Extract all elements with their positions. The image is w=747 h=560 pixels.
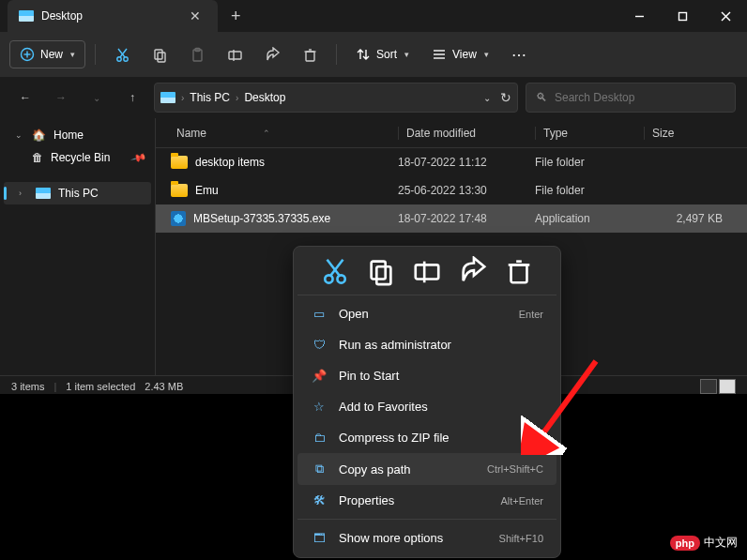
title-bar: Desktop ✕ + bbox=[0, 0, 747, 32]
recycle-icon: 🗑 bbox=[32, 151, 43, 164]
nav-row: ← → ⌄ ↑ › This PC › Desktop ⌄ ↻ 🔍︎ bbox=[0, 77, 747, 118]
svg-point-8 bbox=[123, 56, 127, 60]
forward-button[interactable]: → bbox=[47, 83, 75, 112]
item-count: 3 items bbox=[11, 381, 44, 392]
search-input[interactable] bbox=[555, 91, 725, 104]
file-row[interactable]: desktop items 18-07-2022 11:12 File fold… bbox=[156, 148, 747, 176]
shield-icon: 🛡 bbox=[311, 338, 328, 352]
recent-button[interactable]: ⌄ bbox=[83, 83, 111, 112]
delete-button[interactable] bbox=[293, 39, 327, 69]
close-window-button[interactable] bbox=[704, 0, 747, 32]
copy-path-icon: ⧉ bbox=[311, 462, 328, 477]
svg-rect-29 bbox=[416, 265, 438, 279]
search-box[interactable]: 🔍︎ bbox=[526, 83, 736, 113]
ctx-pin-start[interactable]: 📌 Pin to Start bbox=[297, 360, 556, 391]
breadcrumb-item[interactable]: Desktop bbox=[244, 91, 285, 104]
zip-icon: 🗀 bbox=[311, 431, 328, 445]
desktop-icon bbox=[19, 10, 34, 22]
icons-view-button[interactable] bbox=[719, 379, 736, 394]
rename-button[interactable] bbox=[218, 39, 252, 69]
svg-rect-11 bbox=[155, 50, 162, 59]
exe-icon bbox=[171, 211, 186, 226]
ctx-cut-button[interactable] bbox=[320, 258, 350, 284]
ctx-copy-button[interactable] bbox=[366, 258, 396, 284]
more-icon: 🗔 bbox=[311, 531, 328, 545]
maximize-button[interactable] bbox=[661, 0, 704, 32]
selected-size: 2.43 MB bbox=[145, 381, 183, 392]
back-button[interactable]: ← bbox=[11, 83, 39, 112]
svg-rect-15 bbox=[229, 52, 241, 59]
file-row-selected[interactable]: MBSetup-37335.37335.exe 18-07-2022 17:48… bbox=[156, 204, 747, 233]
view-button[interactable]: View ▾ bbox=[422, 41, 498, 68]
svg-rect-27 bbox=[372, 262, 386, 280]
close-tab-button[interactable]: ✕ bbox=[184, 7, 206, 25]
svg-rect-17 bbox=[306, 52, 314, 61]
ctx-rename-button[interactable] bbox=[412, 258, 442, 284]
sidebar-recycle-bin[interactable]: 🗑 Recycle Bin 📌 bbox=[0, 146, 155, 169]
svg-rect-31 bbox=[511, 265, 526, 282]
selected-count: 1 item selected bbox=[66, 381, 135, 392]
details-view-button[interactable] bbox=[700, 379, 717, 394]
open-icon: ▭ bbox=[311, 307, 328, 321]
ctx-properties[interactable]: 🛠 Properties Alt+Enter bbox=[297, 485, 556, 516]
up-button[interactable]: ↑ bbox=[118, 83, 146, 112]
ctx-open[interactable]: ▭ Open Enter bbox=[297, 298, 556, 329]
desktop-icon bbox=[160, 92, 175, 103]
svg-point-24 bbox=[338, 275, 345, 282]
tab[interactable]: Desktop ✕ bbox=[8, 0, 218, 32]
ctx-delete-button[interactable] bbox=[504, 258, 534, 284]
svg-point-7 bbox=[116, 56, 120, 60]
address-bar[interactable]: › This PC › Desktop ⌄ ↻ bbox=[154, 83, 518, 113]
star-icon: ☆ bbox=[311, 400, 328, 414]
cut-button[interactable] bbox=[105, 39, 139, 69]
minimize-button[interactable] bbox=[617, 0, 661, 32]
svg-point-23 bbox=[326, 275, 333, 282]
breadcrumb-item[interactable]: This PC bbox=[190, 91, 230, 104]
home-icon: 🏠 bbox=[32, 129, 46, 142]
folder-icon bbox=[171, 156, 188, 169]
sidebar: ⌄ 🏠 Home 🗑 Recycle Bin 📌 › This PC bbox=[0, 118, 156, 375]
context-menu: ▭ Open Enter 🛡 Run as administrator 📌 Pi… bbox=[293, 246, 561, 558]
address-dropdown[interactable]: ⌄ bbox=[483, 93, 491, 103]
file-row[interactable]: Emu 25-06-2022 13:30 File folder bbox=[156, 176, 747, 204]
paste-button[interactable] bbox=[180, 39, 214, 69]
pin-icon: 📌 bbox=[311, 369, 328, 383]
new-button[interactable]: New ▾ bbox=[9, 40, 85, 68]
tab-title: Desktop bbox=[41, 9, 176, 23]
ctx-run-admin[interactable]: 🛡 Run as administrator bbox=[297, 329, 556, 360]
column-headers[interactable]: Name⌃ Date modified Type Size bbox=[156, 118, 747, 148]
sidebar-this-pc[interactable]: › This PC bbox=[4, 182, 151, 204]
folder-icon bbox=[171, 184, 188, 197]
ctx-share-button[interactable] bbox=[458, 258, 488, 284]
pin-icon: 📌 bbox=[130, 149, 148, 166]
search-icon: 🔍︎ bbox=[536, 91, 547, 104]
svg-rect-12 bbox=[158, 53, 165, 62]
new-tab-button[interactable]: + bbox=[218, 7, 254, 26]
sidebar-home[interactable]: ⌄ 🏠 Home bbox=[0, 124, 155, 146]
properties-icon: 🛠 bbox=[311, 493, 328, 507]
ctx-show-more[interactable]: 🗔 Show more options Shift+F10 bbox=[297, 522, 556, 553]
watermark: php 中文网 bbox=[670, 535, 738, 551]
ctx-copy-as-path[interactable]: ⧉ Copy as path Ctrl+Shift+C bbox=[297, 453, 556, 485]
sort-button[interactable]: Sort ▾ bbox=[346, 41, 419, 68]
ctx-add-favorites[interactable]: ☆ Add to Favorites bbox=[297, 391, 556, 422]
ctx-compress-zip[interactable]: 🗀 Compress to ZIP file bbox=[297, 422, 556, 453]
share-button[interactable] bbox=[255, 39, 289, 69]
svg-rect-28 bbox=[376, 266, 390, 284]
svg-rect-1 bbox=[678, 12, 686, 20]
refresh-button[interactable]: ↻ bbox=[500, 90, 511, 105]
sort-indicator: ⌃ bbox=[263, 129, 270, 138]
pc-icon bbox=[36, 188, 51, 199]
more-button[interactable]: ⋯ bbox=[502, 39, 536, 69]
copy-button[interactable] bbox=[143, 39, 176, 69]
toolbar: New ▾ Sort ▾ View ▾ ⋯ bbox=[0, 32, 747, 77]
